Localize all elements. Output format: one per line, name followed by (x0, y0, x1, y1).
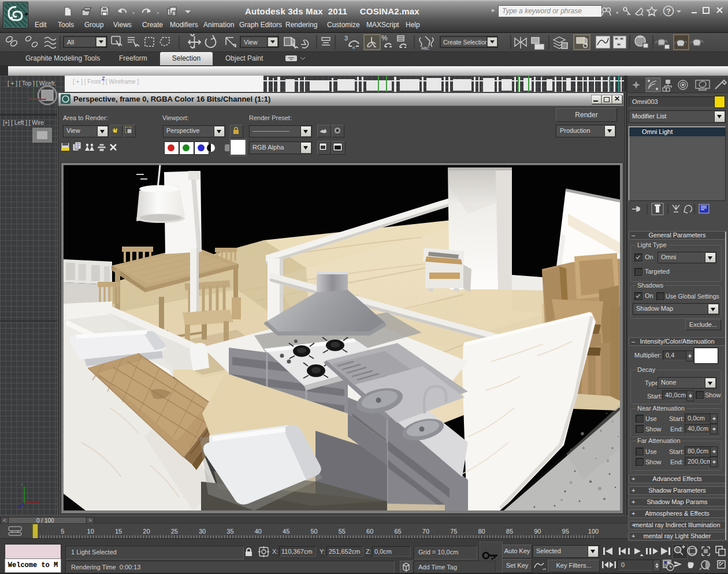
svg-text:55: 55 (339, 528, 346, 535)
svg-text:n: n (352, 45, 355, 50)
svg-text:ABC: ABC (421, 46, 429, 50)
svg-text:100: 100 (588, 528, 599, 535)
svg-text:3: 3 (344, 35, 348, 42)
svg-text:Y: Y (35, 81, 38, 86)
svg-text:95: 95 (562, 528, 569, 535)
svg-text:80: 80 (478, 528, 485, 535)
svg-text:90: 90 (534, 528, 541, 535)
svg-text:?: ? (666, 7, 671, 16)
svg-text:All: All (67, 39, 74, 46)
svg-text:%: % (381, 34, 388, 42)
svg-text:35: 35 (226, 528, 233, 535)
svg-text:85: 85 (506, 528, 513, 535)
svg-text:75: 75 (450, 528, 457, 535)
svg-text:45: 45 (283, 528, 289, 535)
svg-text:40: 40 (255, 528, 262, 535)
svg-text:30: 30 (199, 528, 206, 535)
svg-text:5: 5 (61, 528, 64, 535)
svg-text:60: 60 (366, 528, 373, 535)
svg-text:z: z (21, 482, 23, 487)
svg-text:50: 50 (310, 528, 317, 535)
svg-text:10: 10 (87, 528, 94, 535)
svg-text:View: View (244, 39, 258, 46)
svg-text:65: 65 (394, 528, 401, 535)
svg-text:70: 70 (422, 528, 429, 535)
svg-text:25: 25 (171, 528, 178, 535)
svg-text:20: 20 (143, 528, 150, 535)
svg-text:15: 15 (115, 528, 122, 535)
